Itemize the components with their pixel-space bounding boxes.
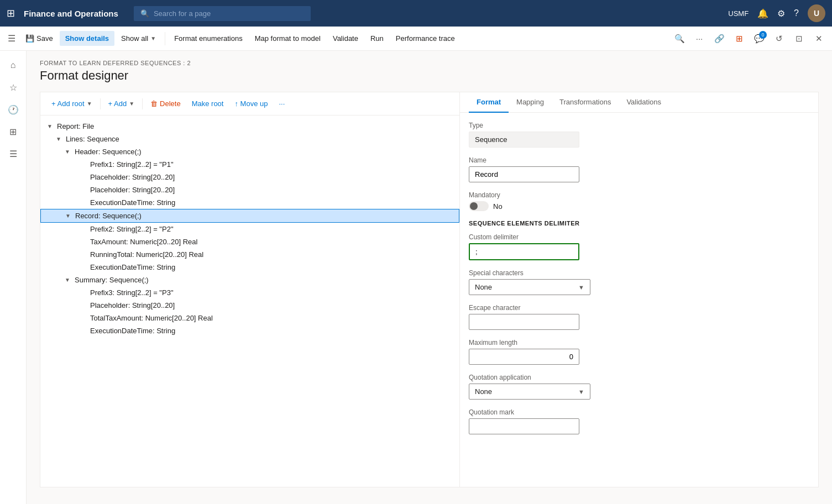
quotation-app-select[interactable]: None ▼ (469, 384, 590, 400)
toolbar: ☰ 💾 Save Show details Show all ▼ Format … (0, 27, 832, 51)
map-format-to-model-button[interactable]: Map format to model (249, 31, 326, 46)
type-value: Sequence (469, 132, 579, 148)
max-length-input[interactable] (469, 349, 579, 365)
mandatory-row: No (469, 201, 809, 211)
notification-icon[interactable]: 🔔 (757, 8, 768, 19)
save-button[interactable]: 💾 Save (20, 31, 59, 46)
run-button[interactable]: Run (365, 31, 389, 46)
escape-char-group: Escape character (469, 304, 809, 330)
section-delimiter-header: SEQUENCE ELEMENTS DELIMITER (469, 220, 809, 227)
tree-item[interactable]: RunningTotal: Numeric[20..20] Real (40, 248, 459, 261)
tree-item[interactable]: TaxAmount: Numeric[20..20] Real (40, 235, 459, 248)
close-icon[interactable]: ✕ (810, 30, 828, 48)
escape-char-label: Escape character (469, 304, 809, 312)
tab-mapping[interactable]: Mapping (509, 92, 552, 113)
connection-icon[interactable]: 🔗 (710, 30, 728, 48)
more-options-icon[interactable]: ··· (690, 30, 708, 48)
collapse-icon: ▼ (47, 123, 55, 129)
tree-toolbar: + Add root ▼ + Add ▼ 🗑 Delete Make root (40, 92, 459, 116)
tab-validations[interactable]: Validations (619, 92, 669, 113)
app-grid-icon[interactable]: ⊞ (7, 7, 15, 19)
tree-item[interactable]: Prefix3: String[2..2] = "P3" (40, 286, 459, 299)
toolbar-right: 🔍 ··· 🔗 ⊞ 💬 0 ↺ ⊡ ✕ (671, 30, 828, 48)
name-input[interactable] (469, 166, 579, 182)
tree-item[interactable]: ExecutionDateTime: String (40, 261, 459, 274)
tree-item[interactable]: Placeholder: String[20..20] (40, 171, 459, 183)
format-enumerations-button[interactable]: Format enumerations (169, 31, 248, 46)
mandatory-label: Mandatory (469, 191, 809, 199)
escape-char-input[interactable] (469, 314, 579, 330)
performance-trace-button[interactable]: Performance trace (390, 31, 461, 46)
more-tree-options[interactable]: ··· (274, 97, 289, 111)
collapse-icon: ▼ (56, 136, 64, 142)
search-toolbar-icon[interactable]: 🔍 (671, 30, 688, 48)
tree-item-selected[interactable]: ▼ Record: Sequence(;) (40, 209, 459, 223)
office-icon[interactable]: ⊞ (730, 30, 748, 48)
make-root-button[interactable]: Make root (187, 97, 228, 111)
tree-item[interactable]: Prefix1: String[2..2] = "P1" (40, 158, 459, 171)
special-chars-select[interactable]: None ▼ (469, 279, 590, 295)
notification-badge-icon[interactable]: 💬 0 (750, 30, 768, 48)
tab-format[interactable]: Format (469, 92, 509, 113)
tree-item[interactable]: ▼ Lines: Sequence (40, 133, 459, 145)
mandatory-value: No (493, 202, 503, 211)
tree-item[interactable]: Placeholder: String[20..20] (40, 183, 459, 196)
toggle-thumb (470, 202, 478, 210)
tree-panel: + Add root ▼ + Add ▼ 🗑 Delete Make root (40, 92, 460, 487)
search-input[interactable] (154, 9, 297, 18)
quotation-mark-input[interactable] (469, 418, 579, 434)
workspaces-icon[interactable]: ⊞ (3, 122, 23, 141)
special-chars-group: Special characters None ▼ (469, 269, 809, 295)
quotation-mark-label: Quotation mark (469, 408, 809, 416)
max-length-label: Maximum length (469, 339, 809, 347)
custom-delimiter-input[interactable] (469, 243, 579, 260)
badge-count: 0 (759, 31, 767, 39)
quotation-app-label: Quotation application (469, 374, 809, 381)
settings-icon[interactable]: ⚙ (777, 8, 785, 19)
tree-item[interactable]: ExecutionDateTime: String (40, 196, 459, 209)
tree-item[interactable]: ▼ Summary: Sequence(;) (40, 274, 459, 286)
save-icon: 💾 (25, 34, 34, 43)
tree-content: ▼ Report: File ▼ Lines: Sequence ▼ Heade… (40, 116, 459, 487)
tab-transformations[interactable]: Transformations (552, 92, 619, 113)
search-box[interactable]: 🔍 (134, 6, 311, 21)
page-title: Format designer (40, 69, 819, 83)
tree-item[interactable]: TotalTaxAmount: Numeric[20..20] Real (40, 312, 459, 324)
delete-button[interactable]: 🗑 Delete (146, 97, 185, 111)
max-length-group: Maximum length (469, 339, 809, 365)
sidebar-toggle-icon[interactable]: ☰ (4, 30, 19, 47)
help-icon[interactable]: ? (794, 8, 799, 18)
show-all-chevron-icon: ▼ (150, 35, 156, 41)
refresh-icon[interactable]: ↺ (770, 30, 788, 48)
move-up-button[interactable]: ↑ Move up (230, 97, 272, 111)
quotation-app-dropdown-icon: ▼ (578, 389, 584, 395)
tree-item[interactable]: ▼ Report: File (40, 120, 459, 133)
favorites-icon[interactable]: ☆ (3, 77, 23, 97)
app-title: Finance and Operations (24, 9, 118, 18)
tree-item[interactable]: Placeholder: String[20..20] (40, 299, 459, 312)
tree-item[interactable]: ExecutionDateTime: String (40, 324, 459, 337)
show-details-button[interactable]: Show details (60, 31, 114, 46)
add-root-button[interactable]: + Add root ▼ (47, 97, 97, 111)
user-label: USMF (728, 9, 749, 18)
collapse-icon: ▼ (65, 277, 72, 283)
show-all-button[interactable]: Show all ▼ (116, 31, 161, 46)
avatar[interactable]: U (808, 4, 825, 22)
add-button[interactable]: + Add ▼ (104, 97, 139, 111)
toolbar-separator-1 (165, 32, 165, 45)
validate-button[interactable]: Validate (327, 31, 364, 46)
search-icon: 🔍 (140, 9, 149, 18)
main-layout: ⌂ ☆ 🕐 ⊞ ☰ FORMAT TO LEARN DEFERRED SEQUE… (0, 51, 832, 504)
side-icons: ⌂ ☆ 🕐 ⊞ ☰ (0, 51, 27, 504)
modules-icon[interactable]: ☰ (3, 144, 23, 164)
tree-item[interactable]: ▼ Header: Sequence(;) (40, 145, 459, 158)
recent-icon[interactable]: 🕐 (3, 99, 23, 119)
special-chars-value: None (475, 283, 492, 291)
name-field-group: Name (469, 156, 809, 182)
tree-item[interactable]: Prefix2: String[2..2] = "P2" (40, 223, 459, 235)
collapse-icon: ▼ (65, 213, 73, 219)
mandatory-toggle[interactable] (469, 201, 489, 211)
open-in-new-icon[interactable]: ⊡ (790, 30, 808, 48)
tree-toolbar-separator-2 (142, 98, 143, 109)
home-icon[interactable]: ⌂ (3, 55, 23, 75)
